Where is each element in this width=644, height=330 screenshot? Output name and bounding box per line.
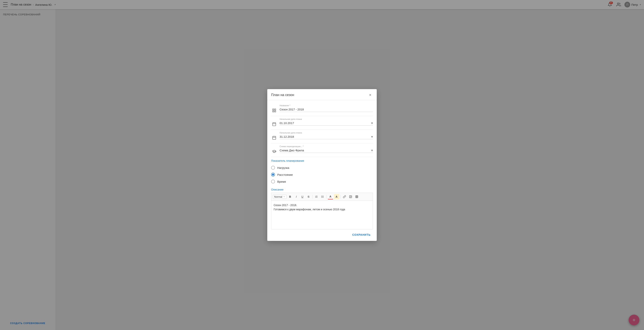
planning-indicator-title: Показатель планирования (271, 159, 373, 162)
save-button[interactable]: СОХРАНИТЬ (350, 232, 373, 238)
editor-line-2: Готовимся к двум марафонам, летом и осен… (274, 208, 345, 211)
schema-row: Схема периодизации... * Схема Джо Фрила … (271, 143, 373, 157)
name-label: Название * (280, 104, 373, 107)
end-date-chevron[interactable]: ▾ (371, 135, 373, 139)
radio-load-row: Нагрузка (271, 164, 373, 171)
svg-rect-4 (273, 111, 274, 112)
format-select[interactable]: Normal (273, 195, 287, 199)
highlight-button[interactable]: A (334, 194, 339, 199)
svg-rect-24 (356, 196, 358, 198)
radio-time-row: Время (271, 178, 373, 185)
svg-point-23 (350, 196, 350, 196)
italic-button[interactable]: I (294, 194, 299, 199)
radio-time-label: Время (277, 180, 286, 183)
end-date-field: Начальная дата плана 31.12.2018 ▾ (280, 132, 373, 139)
editor-content[interactable]: Сезон 2017 - 2018. Готовимся к двум мара… (271, 201, 373, 229)
schema-icon (271, 148, 277, 155)
description-title: Описание (271, 188, 373, 191)
text-color-button[interactable]: A (328, 194, 333, 199)
editor-toolbar: Normal B I U S (271, 193, 373, 201)
format-select-value: Normal (274, 195, 282, 198)
end-date-value: 31.12.2018 (280, 134, 294, 139)
end-date-label: Начальная дата плана (280, 132, 373, 134)
underline-button[interactable]: U (300, 194, 305, 199)
schema-field: Схема периодизации... * Схема Джо Фрила … (280, 145, 373, 153)
dialog-body: Название * Начальная дата плана (267, 100, 377, 229)
planning-indicator-section: Показатель планирования Нагрузка Расстоя… (271, 157, 373, 186)
dialog-footer: СОХРАНИТЬ (267, 229, 377, 241)
editor-line-1: Сезон 2017 - 2018. (274, 204, 297, 207)
start-date-icon (271, 121, 277, 128)
svg-rect-3 (274, 111, 276, 112)
table-button[interactable] (354, 194, 360, 199)
dialog-overlay: План на сезон × Название * (0, 0, 644, 330)
radio-distance-label: Расстояние (277, 173, 293, 176)
start-date-select[interactable]: 01.10.2017 ▾ (280, 121, 373, 126)
radio-time[interactable] (271, 180, 275, 183)
start-date-value: 01.10.2017 (280, 121, 294, 125)
dialog: План на сезон × Название * (267, 89, 377, 241)
description-section: Описание Normal B I U S (271, 186, 373, 229)
start-date-chevron[interactable]: ▾ (371, 121, 373, 125)
svg-rect-1 (273, 109, 274, 110)
schema-select[interactable]: Схема Джо Фрила ▾ (280, 148, 373, 153)
svg-rect-2 (274, 109, 276, 110)
start-date-field: Начальная дата плана 01.10.2017 ▾ (280, 118, 373, 126)
end-date-select[interactable]: 31.12.2018 ▾ (280, 134, 373, 139)
name-icon (271, 107, 277, 114)
schema-chevron[interactable]: ▾ (371, 148, 373, 153)
svg-rect-5 (273, 123, 276, 126)
schema-label: Схема периодизации... * (280, 145, 373, 148)
start-date-row: Начальная дата плана 01.10.2017 ▾ (271, 116, 373, 130)
ordered-list-button[interactable] (314, 194, 319, 199)
dialog-header: План на сезон × (267, 89, 377, 100)
schema-value: Схема Джо Фрила (280, 148, 304, 153)
radio-distance-row: Расстояние (271, 171, 373, 178)
unordered-list-button[interactable] (320, 194, 325, 199)
end-date-row: Начальная дата плана 31.12.2018 ▾ (271, 130, 373, 143)
strikethrough-button[interactable]: S (306, 194, 311, 199)
start-date-label: Начальная дата плана (280, 118, 373, 120)
name-input[interactable] (280, 107, 373, 112)
link-button[interactable] (342, 194, 347, 199)
name-field-row: Название * (271, 102, 373, 116)
bold-button[interactable]: B (288, 194, 293, 199)
svg-rect-9 (273, 136, 276, 140)
radio-distance[interactable] (271, 173, 275, 177)
end-date-icon (271, 134, 277, 141)
radio-load-label: Нагрузка (277, 166, 289, 169)
image-button[interactable] (348, 194, 353, 199)
name-field: Название * (280, 104, 373, 112)
radio-load[interactable] (271, 166, 275, 170)
dialog-close-button[interactable]: × (368, 92, 373, 98)
dialog-title: План на сезон (271, 93, 294, 97)
